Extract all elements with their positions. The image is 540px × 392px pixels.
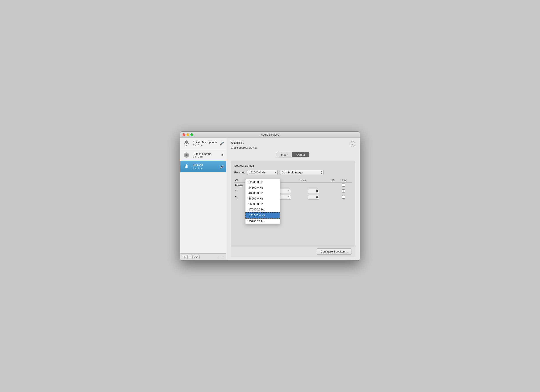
ch1-db xyxy=(307,188,335,194)
minimize-button[interactable] xyxy=(186,133,189,136)
master-value xyxy=(279,183,307,188)
ch2-value-input[interactable] xyxy=(280,195,291,200)
svg-point-0 xyxy=(185,141,188,144)
maximize-button[interactable] xyxy=(190,133,193,136)
ch2-db-input[interactable] xyxy=(308,195,319,200)
builtin-output-info: Built-in Output 0 in/ 2 out xyxy=(193,152,219,158)
ch1-value xyxy=(279,188,307,194)
device-list: Built-in Microphone 2 in/ 0 out 🎤 xyxy=(180,138,226,253)
detail-panel: NA8005 Clock source: Device ? Input Outp… xyxy=(226,138,360,260)
hz-option-88200[interactable]: 88200.0 Hz xyxy=(245,196,280,201)
device-title: NA8005 xyxy=(231,141,355,145)
remove-device-button[interactable]: − xyxy=(187,255,193,259)
hz-option-192000[interactable]: 4 → 192000.0 Hz xyxy=(245,212,280,219)
hz-dropdown[interactable]: 192000.0 Hz xyxy=(247,170,278,175)
tab-row: Input Output xyxy=(231,152,355,157)
ch2-mute-checkbox[interactable] xyxy=(342,196,345,199)
bottom-bar: Configure Speakers... xyxy=(231,246,355,257)
tab-output[interactable]: Output xyxy=(292,152,309,157)
builtin-output-subtitle: 0 in/ 2 out xyxy=(193,156,219,158)
builtin-output-name: Built-in Output xyxy=(193,152,219,156)
output-indicator-icon: 🖥 xyxy=(221,153,224,157)
ch1-mute xyxy=(335,188,352,194)
builtin-mic-name: Built-in Microphone xyxy=(193,141,217,144)
microphone-icon xyxy=(183,139,190,147)
ch2-mute xyxy=(335,194,352,200)
builtin-mic-info: Built-in Microphone 2 in/ 0 out xyxy=(193,141,217,147)
titlebar: Audio Devices xyxy=(180,132,360,138)
svg-rect-6 xyxy=(185,166,186,167)
svg-point-5 xyxy=(186,155,187,156)
bit-depth-dropdown[interactable]: 2ch-24bit Integer xyxy=(280,170,324,175)
speaker-icon xyxy=(183,151,190,159)
resize-grip: ⋮⋮⋮ xyxy=(200,256,225,258)
input-output-tabs: Input Output xyxy=(277,152,310,157)
hz-option-96000[interactable]: 96000.0 Hz xyxy=(245,201,280,207)
hz-option-176400[interactable]: 176400.0 Hz xyxy=(245,207,280,212)
gear-icon: ⚙ xyxy=(194,255,197,259)
col-mute: Mute xyxy=(335,178,352,183)
source-row: Source: Default xyxy=(234,164,352,167)
master-mute-checkbox[interactable] xyxy=(342,184,345,186)
builtin-mic-subtitle: 2 in/ 0 out xyxy=(193,144,217,147)
svg-point-7 xyxy=(187,165,188,166)
ch1-mute-checkbox[interactable] xyxy=(342,189,345,192)
format-label: Format: xyxy=(234,171,245,174)
sidebar-toolbar: + − ⚙ ▼ ⋮⋮⋮ xyxy=(180,253,226,260)
sidebar: Built-in Microphone 2 in/ 0 out 🎤 xyxy=(180,138,226,260)
audio-devices-window: Audio Devices Built-in Mic xyxy=(180,131,360,261)
main-content: Built-in Microphone 2 in/ 0 out 🎤 xyxy=(180,138,360,260)
help-button[interactable]: ? xyxy=(350,141,355,147)
sidebar-item-na8005[interactable]: NA8005 0 in/ 2 out 🔊 xyxy=(180,161,226,172)
ch1-value-input[interactable] xyxy=(280,189,291,193)
bit-depth-select-wrapper: 2ch-24bit Integer ▲ ▼ xyxy=(280,170,324,175)
clock-source-row: Clock source: Device xyxy=(231,146,355,149)
ch1-db-input[interactable] xyxy=(308,189,319,193)
col-db: dB xyxy=(307,178,335,183)
master-mute xyxy=(335,183,352,188)
hz-option-352800[interactable]: 352800.0 Hz xyxy=(245,219,280,224)
gear-button[interactable]: ⚙ ▼ xyxy=(193,255,200,259)
na8005-indicator-icon: 🔊 xyxy=(220,165,224,169)
hz-option-48000[interactable]: 48000.0 Hz xyxy=(245,190,280,196)
hz-option-32000[interactable]: 32000.0 Hz xyxy=(245,179,280,185)
mic-indicator-icon: 🎤 xyxy=(220,142,224,146)
hz-select-wrapper: 192000.0 Hz ▼ xyxy=(247,170,278,175)
close-button[interactable] xyxy=(183,133,185,136)
configure-speakers-button[interactable]: Configure Speakers... xyxy=(317,248,352,255)
usb-icon xyxy=(183,163,190,171)
window-title: Audio Devices xyxy=(261,133,279,136)
col-value: Value xyxy=(279,178,307,183)
traffic-lights xyxy=(183,133,193,136)
na8005-info: NA8005 0 in/ 2 out xyxy=(193,164,217,170)
na8005-name: NA8005 xyxy=(193,164,217,167)
master-db xyxy=(307,183,335,188)
hz-dropdown-popup: 32000.0 Hz 44100.0 Hz 48000.0 Hz 88200.0… xyxy=(245,179,280,224)
output-content-box: Source: Default Format: 192000.0 Hz ▼ xyxy=(231,161,355,246)
tab-input[interactable]: Input xyxy=(277,152,292,157)
hz-option-44100[interactable]: 44100.0 Hz xyxy=(245,185,280,190)
ch2-db xyxy=(307,194,335,200)
sidebar-item-builtin-output[interactable]: Built-in Output 0 in/ 2 out 🖥 xyxy=(180,149,226,161)
add-device-button[interactable]: + xyxy=(182,255,187,259)
ch2-value xyxy=(279,194,307,200)
format-row: Format: 192000.0 Hz ▼ 2ch-24bit Integer xyxy=(234,170,352,175)
sidebar-item-builtin-microphone[interactable]: Built-in Microphone 2 in/ 0 out 🎤 xyxy=(180,138,226,149)
na8005-subtitle: 0 in/ 2 out xyxy=(193,167,217,170)
